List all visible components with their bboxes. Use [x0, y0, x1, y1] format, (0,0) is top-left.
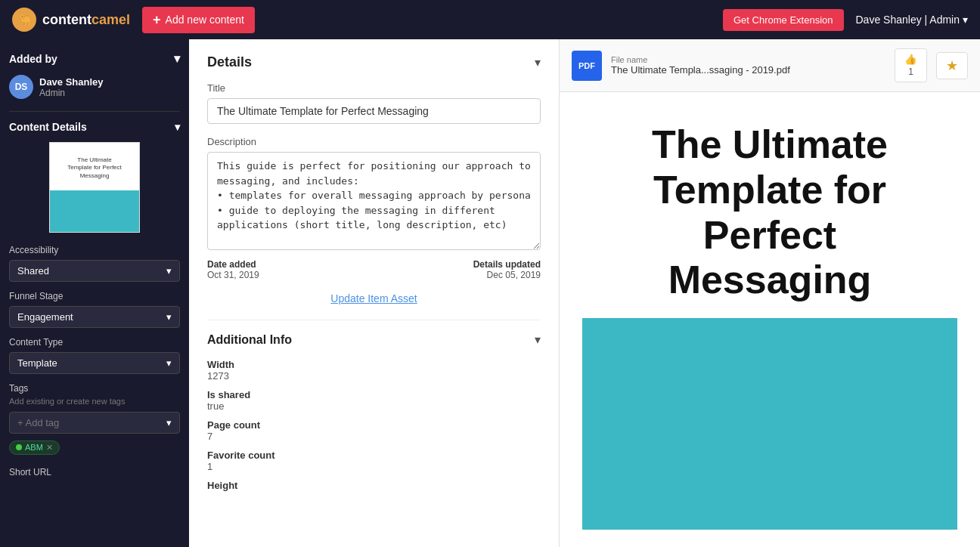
- details-title: Details: [207, 54, 252, 70]
- document-blue-block: [582, 318, 957, 530]
- tag-chip-abm: ABM ✕: [9, 440, 60, 455]
- content-details-header: Content Details ▾: [9, 111, 180, 133]
- details-section-header: Details ▾: [207, 54, 541, 70]
- thumbnail-blue-block: [50, 190, 139, 232]
- tag-dot-icon: [16, 444, 22, 450]
- logo: 🐪 contentcamel: [12, 8, 130, 32]
- tag-input[interactable]: + Add tag ▾: [9, 412, 180, 434]
- additional-info-header: Additional Info ▾: [207, 332, 541, 347]
- description-label: Description: [207, 136, 541, 147]
- chevron-down-icon: ▾: [166, 417, 172, 428]
- user-menu[interactable]: Dave Shanley | Admin ▾: [856, 14, 969, 26]
- is-shared-row: Is shared true: [207, 389, 541, 412]
- chevron-down-icon: ▾: [166, 265, 172, 277]
- content-thumbnail: The Ultimate Template for Perfect Messag…: [49, 142, 140, 233]
- document-title: The Ultimate Template for Perfect Messag…: [582, 122, 957, 303]
- funnel-stage-select[interactable]: Engagement ▾: [9, 306, 180, 328]
- file-header: PDF File name The Ultimate Templa...ssag…: [560, 39, 980, 92]
- details-panel: Details ▾ Title Description This guide i…: [189, 39, 560, 547]
- thumbnail-text: The Ultimate Template for Perfect Messag…: [50, 150, 139, 186]
- dates-row: Date added Oct 31, 2019 Details updated …: [207, 259, 541, 280]
- short-url-label: Short URL: [9, 467, 180, 477]
- favorite-count-row: Favorite count 1: [207, 450, 541, 472]
- preview-area: PDF File name The Ultimate Templa...ssag…: [560, 39, 980, 547]
- date-updated: Details updated Dec 05, 2019: [473, 259, 541, 280]
- page-count-row: Page count 7: [207, 419, 541, 442]
- user-info: Dave Shanley Admin: [39, 76, 104, 98]
- preview-content: The Ultimate Template for Perfect Messag…: [560, 92, 980, 547]
- avatar: DS: [9, 75, 33, 99]
- chevron-down-icon[interactable]: ▾: [175, 121, 180, 133]
- chevron-down-icon: ▾: [963, 14, 968, 26]
- added-by-row: DS Dave Shanley Admin: [9, 75, 180, 99]
- pdf-icon: PDF: [572, 51, 602, 81]
- add-content-button[interactable]: + Add new content: [142, 7, 255, 33]
- content-type-select[interactable]: Template ▾: [9, 352, 180, 374]
- chevron-down-icon[interactable]: ▾: [535, 55, 541, 70]
- title-input[interactable]: [207, 98, 541, 124]
- tags-hint: Add existing or create new tags: [9, 397, 180, 406]
- date-added: Date added Oct 31, 2019: [207, 259, 259, 280]
- chrome-extension-button[interactable]: Get Chrome Extension: [723, 9, 844, 31]
- plus-icon: +: [153, 12, 161, 28]
- accessibility-label: Accessibility: [9, 245, 180, 255]
- accessibility-select[interactable]: Shared ▾: [9, 260, 180, 282]
- additional-info-title: Additional Info: [207, 333, 292, 347]
- width-row: Width 1273: [207, 359, 541, 382]
- description-textarea[interactable]: This guide is perfect for positioning ou…: [207, 152, 541, 250]
- update-item-asset-link[interactable]: Update Item Asset: [207, 292, 541, 304]
- chevron-down-icon: ▾: [166, 357, 172, 369]
- tags-label: Tags: [9, 383, 180, 394]
- like-button[interactable]: 👍 1: [895, 48, 927, 82]
- thumbs-up-icon: 👍: [904, 54, 917, 65]
- star-button[interactable]: ★: [936, 52, 968, 79]
- logo-text: contentcamel: [42, 12, 130, 28]
- title-label: Title: [207, 82, 541, 94]
- additional-info-section: Additional Info ▾ Width 1273 Is shared t…: [207, 320, 541, 491]
- document-preview: The Ultimate Template for Perfect Messag…: [560, 92, 980, 547]
- height-row: Height: [207, 480, 541, 491]
- chevron-down-icon[interactable]: ▾: [535, 332, 541, 347]
- chevron-down-icon: ▾: [166, 311, 172, 323]
- tag-remove-icon[interactable]: ✕: [46, 443, 53, 453]
- added-by-header: Added by ▾: [9, 51, 180, 66]
- chevron-down-icon[interactable]: ▾: [174, 51, 180, 66]
- content-type-label: Content Type: [9, 337, 180, 348]
- funnel-stage-label: Funnel Stage: [9, 291, 180, 301]
- file-info: File name The Ultimate Templa...ssaging …: [611, 55, 885, 76]
- content-area: Details ▾ Title Description This guide i…: [189, 39, 980, 547]
- logo-icon: 🐪: [12, 8, 36, 32]
- star-icon: ★: [946, 57, 958, 74]
- sidebar: Added by ▾ DS Dave Shanley Admin Content…: [0, 39, 189, 547]
- top-nav: 🐪 contentcamel + Add new content Get Chr…: [0, 0, 980, 39]
